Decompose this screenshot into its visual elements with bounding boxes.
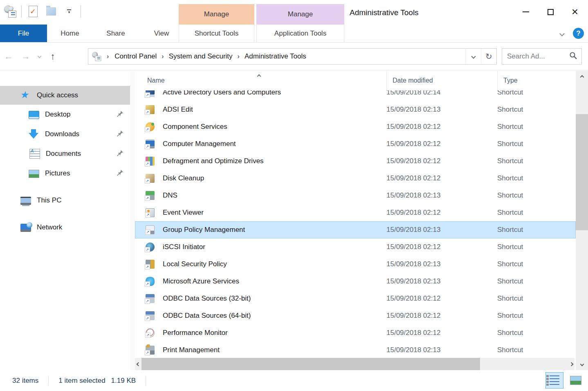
vertical-scrollbar-thumb[interactable]: [576, 114, 588, 230]
tab-file[interactable]: File: [0, 25, 47, 42]
file-row[interactable]: Defragment and Optimize Drives15/09/2018…: [135, 153, 576, 170]
file-row[interactable]: Disk Cleanup15/09/2018 02:12Shortcut: [135, 170, 576, 187]
file-date: 15/09/2018 02:13: [386, 346, 497, 354]
search-input[interactable]: Search Ad...: [502, 52, 569, 61]
file-name: ODBC Data Sources (32-bit): [163, 294, 386, 303]
search-box[interactable]: Search Ad...: [502, 48, 582, 65]
chevron-up-icon: [580, 75, 584, 79]
new-folder-button[interactable]: [45, 5, 58, 18]
file-date: 15/09/2018 02:12: [386, 140, 497, 148]
details-view-button[interactable]: [545, 372, 563, 389]
file-rows: Active Directory Users and Computers15/0…: [135, 90, 576, 358]
large-icons-view-button[interactable]: [567, 372, 585, 389]
file-name: Local Security Policy: [163, 260, 386, 268]
chevron-down-icon: [580, 362, 584, 366]
file-row[interactable]: Computer Management15/09/2018 02:12Short…: [135, 135, 576, 153]
sidebar-item-label: Network: [37, 223, 62, 231]
refresh-button[interactable]: ↻: [481, 49, 496, 64]
file-type: Shortcut: [497, 260, 576, 268]
back-button[interactable]: ←: [0, 51, 17, 62]
network-icon: [20, 224, 31, 232]
address-bar[interactable]: › Control Panel›System and Security›Admi…: [88, 48, 497, 65]
scroll-up-button[interactable]: [576, 72, 588, 81]
documents-icon: [29, 149, 40, 159]
print-icon: [146, 346, 155, 355]
scroll-down-button[interactable]: [576, 360, 588, 369]
title-bar: ▾ Manage Manage Administrative Tools ×: [0, 0, 588, 25]
breadcrumb-item-system-and-security[interactable]: System and Security: [166, 52, 235, 61]
file-name: Disk Cleanup: [163, 174, 386, 182]
horizontal-scrollbar-thumb[interactable]: [141, 358, 480, 370]
breadcrumb-item-administrative-tools[interactable]: Administrative Tools: [242, 52, 309, 61]
ad-users-icon: [146, 90, 155, 97]
forward-button[interactable]: →: [17, 51, 34, 62]
file-row[interactable]: Active Directory Users and Computers15/0…: [135, 90, 576, 101]
quick-access-toolbar: ▾: [4, 5, 81, 18]
tab-shortcut-tools[interactable]: Shortcut Tools: [179, 25, 254, 42]
file-row[interactable]: ODBC Data Sources (32-bit)15/09/2018 02:…: [135, 290, 576, 307]
column-header-name[interactable]: Name: [147, 77, 386, 84]
help-button[interactable]: ?: [573, 28, 584, 39]
pictures-icon: [29, 170, 39, 178]
file-type: Shortcut: [497, 174, 576, 182]
back-arrow-icon: ←: [4, 51, 13, 61]
navigation-pane-scroll-strip: [130, 71, 135, 370]
tab-application-tools[interactable]: Application Tools: [256, 25, 344, 42]
sidebar-item-this-pc[interactable]: This PC: [0, 191, 130, 210]
customize-quick-access-dropdown[interactable]: ▾: [63, 5, 76, 18]
breadcrumb-separator-icon: ›: [104, 53, 111, 60]
new-folder-icon: [46, 7, 56, 16]
file-name: Print Management: [163, 346, 386, 354]
file-row[interactable]: Print Management15/09/2018 02:13Shortcut: [135, 342, 576, 358]
sidebar-item-downloads[interactable]: Downloads: [0, 124, 130, 144]
close-button[interactable]: ×: [563, 2, 587, 21]
file-row[interactable]: Local Security Policy15/09/2018 02:13Sho…: [135, 256, 576, 273]
separator: [21, 5, 22, 18]
sidebar-item-quick-access[interactable]: Quick access: [0, 86, 130, 105]
file-date: 15/09/2018 02:12: [386, 174, 497, 182]
performance-icon: [146, 328, 155, 337]
breadcrumb-item-control-panel[interactable]: Control Panel: [112, 52, 159, 61]
scroll-left-button[interactable]: [135, 358, 141, 370]
event-viewer-icon: [146, 208, 155, 217]
tab-view[interactable]: View: [139, 25, 184, 42]
file-row[interactable]: Component Services15/09/2018 02:12Shortc…: [135, 118, 576, 135]
file-type: Shortcut: [497, 140, 576, 148]
horizontal-scrollbar[interactable]: [135, 358, 575, 370]
defrag-icon: [146, 157, 155, 166]
sidebar-item-desktop[interactable]: Desktop: [0, 105, 130, 124]
file-row[interactable]: ADSI Edit15/09/2018 02:13Shortcut: [135, 101, 576, 118]
breadcrumb-separator-icon: ›: [235, 53, 242, 60]
tab-home[interactable]: Home: [47, 25, 93, 42]
scroll-right-button[interactable]: [568, 358, 575, 370]
minimize-ribbon-button[interactable]: [560, 30, 564, 37]
vertical-scrollbar[interactable]: [576, 71, 588, 370]
maximize-button[interactable]: [538, 2, 563, 21]
column-header-type[interactable]: Type: [497, 71, 576, 90]
address-dropdown-button[interactable]: [465, 49, 481, 64]
sidebar-item-pictures[interactable]: Pictures: [0, 164, 130, 183]
up-button[interactable]: ↑: [44, 51, 61, 62]
maximize-icon: [548, 9, 554, 15]
file-row[interactable]: Microsoft Azure Services15/09/2018 02:13…: [135, 273, 576, 290]
file-row[interactable]: Performance Monitor15/09/2018 02:12Short…: [135, 324, 576, 342]
file-row[interactable]: ODBC Data Sources (64-bit)15/09/2018 02:…: [135, 307, 576, 324]
recent-locations-button[interactable]: [34, 55, 44, 58]
minimize-button[interactable]: [514, 2, 538, 21]
sidebar-item-label: Pictures: [45, 169, 70, 178]
file-name: Group Policy Management: [163, 226, 386, 234]
column-header-date-modified[interactable]: Date modified: [386, 71, 497, 90]
pin-icon: [117, 150, 123, 159]
sidebar-item-documents[interactable]: Documents: [0, 144, 130, 164]
file-row[interactable]: Group Policy Management15/09/2018 02:13S…: [135, 221, 576, 238]
file-row[interactable]: iSCSI Initiator15/09/2018 02:12Shortcut: [135, 238, 576, 256]
up-arrow-icon: ↑: [51, 51, 55, 61]
file-row[interactable]: Event Viewer15/09/2018 02:12Shortcut: [135, 204, 576, 221]
file-row[interactable]: DNS15/09/2018 02:13Shortcut: [135, 187, 576, 204]
properties-button[interactable]: [27, 5, 40, 18]
sidebar-item-network[interactable]: Network: [0, 218, 130, 237]
desktop-icon: [29, 111, 39, 119]
tab-share[interactable]: Share: [93, 25, 139, 42]
sidebar-item-label: Downloads: [45, 130, 79, 138]
separator: [81, 5, 81, 18]
